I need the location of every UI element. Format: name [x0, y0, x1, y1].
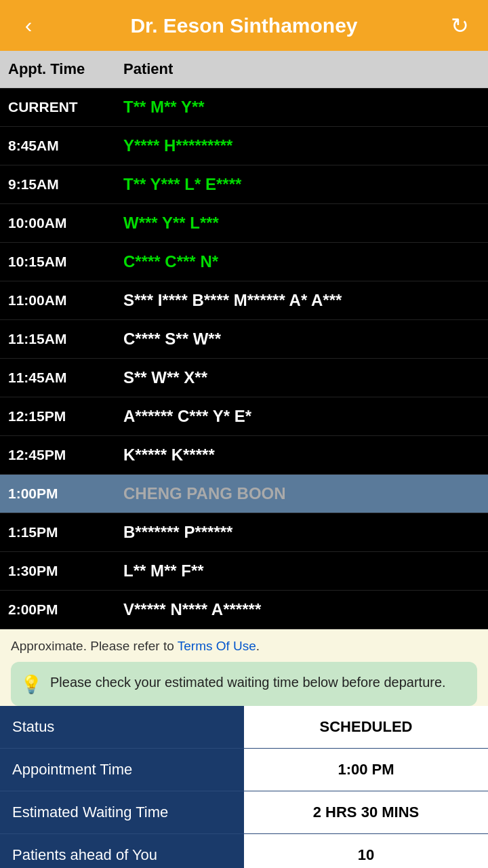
appt-patient: L** M** F**: [115, 552, 488, 590]
appt-time: 1:00PM: [0, 476, 115, 511]
appt-patient: K***** K*****: [115, 436, 488, 474]
appt-time: 12:15PM: [0, 399, 115, 434]
table-row: 10:00AMW*** Y** L***: [0, 204, 488, 243]
appt-time: 12:45PM: [0, 437, 115, 473]
appt-time: CURRENT: [0, 90, 115, 125]
appt-time: 10:00AM: [0, 205, 115, 241]
status-table: StatusSCHEDULEDAppointment Time1:00 PMEs…: [0, 706, 488, 868]
appt-patient: V***** N**** A******: [115, 591, 488, 629]
footer-info: Approximate. Please refer to Terms Of Us…: [0, 629, 488, 706]
status-label: Patients ahead of You: [0, 834, 244, 869]
table-row: CURRENTT** M** Y**: [0, 88, 488, 127]
tip-text: Please check your estimated waiting time…: [50, 673, 446, 692]
col-patient-header: Patient: [115, 51, 488, 87]
appt-time: 11:15AM: [0, 321, 115, 357]
appt-patient: C**** S** W**: [115, 320, 488, 358]
appt-patient: T** M** Y**: [115, 88, 488, 126]
appt-time: 10:15AM: [0, 244, 115, 279]
lightbulb-icon: 💡: [20, 674, 42, 695]
status-row: StatusSCHEDULED: [0, 706, 488, 749]
header: ‹ Dr. Eeson Sinthamoney ↻: [0, 0, 488, 51]
table-row: 10:15AMC**** C*** N*: [0, 243, 488, 281]
status-label: Estimated Waiting Time: [0, 791, 244, 834]
table-row: 11:45AMS** W** X**: [0, 359, 488, 397]
approx-text: Approximate. Please refer to Terms Of Us…: [11, 639, 477, 654]
table-row: 11:00AMS*** I**** B**** M****** A* A***: [0, 281, 488, 320]
table-row: 2:00PMV***** N**** A******: [0, 591, 488, 629]
refresh-button[interactable]: ↻: [443, 13, 476, 39]
status-value: 10: [244, 834, 488, 869]
appointment-list: CURRENTT** M** Y**8:45AMY**** H*********…: [0, 88, 488, 629]
appt-time: 1:15PM: [0, 515, 115, 550]
status-label: Status: [0, 706, 244, 749]
appt-time: 2:00PM: [0, 592, 115, 627]
col-time-header: Appt. Time: [0, 51, 115, 87]
table-row: 1:30PML** M** F**: [0, 552, 488, 591]
table-row: 12:15PMA****** C*** Y* E*: [0, 397, 488, 436]
table-row: 8:45AMY**** H*********: [0, 127, 488, 165]
table-row: 1:15PMB******* P******: [0, 513, 488, 552]
appt-time: 11:00AM: [0, 283, 115, 318]
appt-time: 1:30PM: [0, 553, 115, 589]
back-button[interactable]: ‹: [12, 13, 45, 38]
page-title: Dr. Eeson Sinthamoney: [45, 14, 443, 37]
table-row: 1:00PMCHENG PANG BOON: [0, 475, 488, 513]
status-row: Patients ahead of You10: [0, 834, 488, 869]
terms-link[interactable]: Terms Of Use: [178, 639, 256, 653]
appt-time: 9:15AM: [0, 167, 115, 202]
appt-time: 8:45AM: [0, 128, 115, 163]
appt-patient: T** Y*** L* E****: [115, 165, 488, 203]
status-value: 1:00 PM: [244, 749, 488, 791]
appt-time: 11:45AM: [0, 360, 115, 395]
appt-patient: S** W** X**: [115, 359, 488, 397]
appt-patient: A****** C*** Y* E*: [115, 397, 488, 435]
status-label: Appointment Time: [0, 749, 244, 791]
appt-patient: Y**** H*********: [115, 127, 488, 165]
table-row: 9:15AMT** Y*** L* E****: [0, 165, 488, 204]
appt-patient: W*** Y** L***: [115, 204, 488, 242]
table-row: 11:15AMC**** S** W**: [0, 320, 488, 359]
table-header: Appt. Time Patient: [0, 51, 488, 88]
status-value: SCHEDULED: [244, 706, 488, 749]
status-value: 2 HRS 30 MINS: [244, 791, 488, 834]
appt-patient: CHENG PANG BOON: [115, 475, 488, 513]
appt-patient: B******* P******: [115, 513, 488, 551]
status-row: Estimated Waiting Time2 HRS 30 MINS: [0, 791, 488, 834]
tip-box: 💡 Please check your estimated waiting ti…: [11, 662, 477, 706]
appt-patient: S*** I**** B**** M****** A* A***: [115, 281, 488, 319]
table-row: 12:45PMK***** K*****: [0, 436, 488, 475]
appt-patient: C**** C*** N*: [115, 243, 488, 281]
status-row: Appointment Time1:00 PM: [0, 749, 488, 791]
